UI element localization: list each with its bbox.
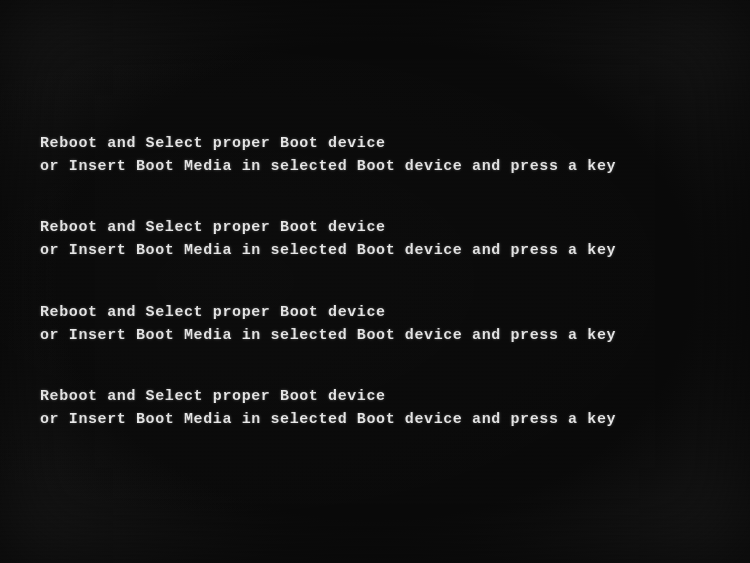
boot-line-4-2: or Insert Boot Media in selected Boot de… xyxy=(40,408,710,431)
boot-line-3-2: or Insert Boot Media in selected Boot de… xyxy=(40,324,710,347)
bios-screen: Reboot and Select proper Boot device or … xyxy=(0,0,750,563)
boot-line-1-1: Reboot and Select proper Boot device xyxy=(40,132,710,155)
boot-line-1-2: or Insert Boot Media in selected Boot de… xyxy=(40,155,710,178)
boot-line-2-1: Reboot and Select proper Boot device xyxy=(40,216,710,239)
boot-message-4: Reboot and Select proper Boot device or … xyxy=(40,385,710,432)
boot-message-2: Reboot and Select proper Boot device or … xyxy=(40,216,710,263)
boot-line-4-1: Reboot and Select proper Boot device xyxy=(40,385,710,408)
boot-message-1: Reboot and Select proper Boot device or … xyxy=(40,132,710,179)
boot-line-3-1: Reboot and Select proper Boot device xyxy=(40,301,710,324)
boot-line-2-2: or Insert Boot Media in selected Boot de… xyxy=(40,239,710,262)
boot-message-3: Reboot and Select proper Boot device or … xyxy=(40,301,710,348)
